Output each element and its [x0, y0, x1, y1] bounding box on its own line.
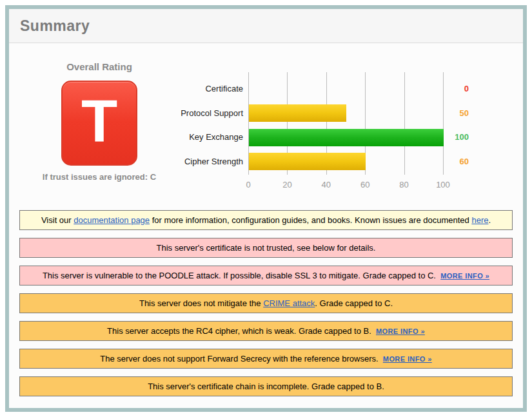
chart-value-label: 60 [438, 157, 469, 167]
message-text: This server's certificate chain is incom… [148, 382, 384, 391]
panel-body: 020406080100Certificate0Protocol Support… [9, 43, 523, 412]
message-text: The server does not support Forward Secr… [100, 354, 383, 364]
message-list: Visit our documentation page for more in… [19, 210, 513, 396]
summary-panel: Summary 020406080100Certificate0Protocol… [5, 5, 527, 412]
summary-row: 020406080100Certificate0Protocol Support… [19, 61, 513, 193]
message-text: This server's certificate is not trusted… [157, 243, 376, 253]
page-title: Summary [20, 17, 512, 35]
message-box-warning: This server's certificate chain is incom… [19, 376, 513, 396]
message-box-info: Visit our documentation page for more in… [19, 210, 513, 230]
message-text: Visit our [41, 215, 74, 225]
message-box-error: This server is vulnerable to the POODLE … [19, 266, 513, 286]
message-box-warning: The server does not support Forward Secr… [19, 349, 513, 369]
message-box-warning: This server accepts the RC4 cipher, whic… [19, 321, 513, 341]
message-box-warning: This server does not mitigate the CRIME … [19, 293, 513, 313]
more-info-link[interactable]: MORE INFO » [383, 355, 432, 363]
more-info-link[interactable]: MORE INFO » [440, 272, 489, 280]
chart-tick-label: 60 [352, 180, 378, 189]
message-text: This server is vulnerable to the POODLE … [43, 271, 440, 280]
grade-letter: T [81, 92, 117, 151]
inline-link[interactable]: CRIME attack [263, 298, 315, 308]
chart-tick-label: 0 [235, 180, 261, 189]
chart-value-label: 50 [438, 108, 469, 119]
overall-rating-title: Overall Rating [22, 61, 177, 72]
chart-tick-label: 20 [274, 180, 300, 189]
message-text: . Grade capped to C. [315, 298, 393, 308]
page: Summary 020406080100Certificate0Protocol… [0, 0, 532, 417]
panel-header: Summary [9, 9, 523, 43]
grade-badge: T [61, 81, 137, 166]
more-info-link[interactable]: MORE INFO » [376, 327, 425, 335]
chart-tick-label: 80 [391, 180, 417, 189]
chart-bar [249, 129, 444, 146]
chart-tick-label: 100 [430, 180, 456, 189]
inline-link[interactable]: here [471, 215, 488, 225]
chart-bar [249, 104, 346, 122]
message-text: This server does not mitigate the [139, 298, 263, 308]
chart-tick-label: 40 [313, 180, 339, 189]
message-text: . [488, 215, 491, 225]
overall-rating-block: Overall Rating T If trust issues are ign… [22, 61, 177, 182]
message-text: This server accepts the RC4 cipher, whic… [107, 326, 376, 336]
message-text: for more information, configuration guid… [150, 215, 471, 225]
trust-ignored-caption: If trust issues are ignored: C [22, 172, 177, 182]
message-box-error: This server's certificate is not trusted… [19, 238, 513, 258]
chart-bar [249, 153, 366, 170]
inline-link[interactable]: documentation page [74, 215, 150, 225]
chart-gridline [404, 72, 405, 175]
chart-value-label: 0 [438, 84, 469, 94]
chart-value-label: 100 [438, 132, 469, 142]
